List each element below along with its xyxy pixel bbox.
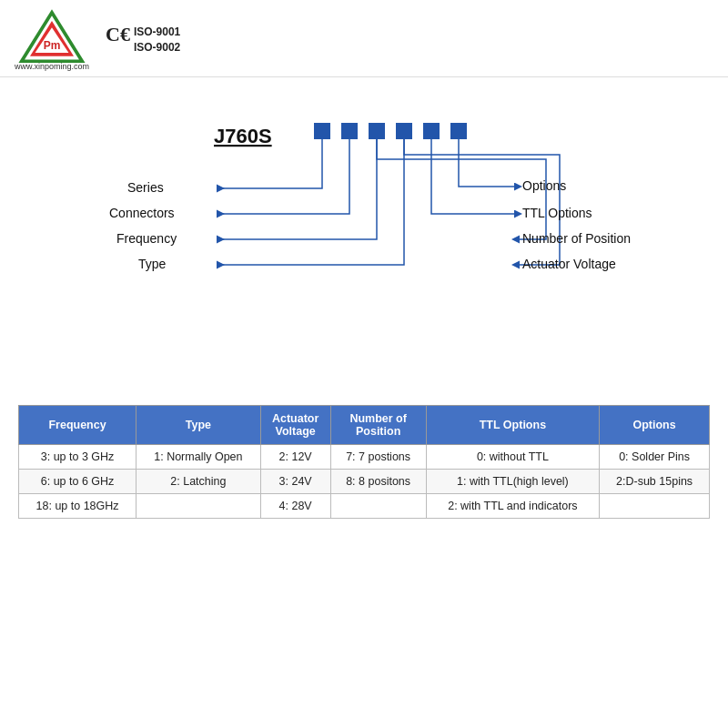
table-cell-r2-c2: 4: 28V xyxy=(260,494,330,519)
options-line xyxy=(459,139,517,187)
ce-mark: C€ xyxy=(106,25,130,45)
table-cell-r1-c1: 2: Latching xyxy=(136,470,261,494)
options-label: Options xyxy=(522,178,566,193)
actuator-line xyxy=(404,139,560,265)
col-actuator-voltage: ActuatorVoltage xyxy=(260,406,330,445)
square-3 xyxy=(369,123,385,139)
table-cell-r1-c5: 2:D-sub 15pins xyxy=(600,470,710,494)
table-cell-r2-c4: 2: with TTL and indicators xyxy=(426,494,600,519)
ttl-options-line xyxy=(431,139,517,214)
type-label: Type xyxy=(138,257,167,271)
square-4 xyxy=(396,123,412,139)
table-row: 6: up to 6 GHz2: Latching3: 24V8: 8 posi… xyxy=(19,470,710,494)
col-num-position: Number ofPosition xyxy=(330,406,426,445)
table-area: Frequency Type ActuatorVoltage Number of… xyxy=(0,405,728,519)
series-label: Series xyxy=(127,180,164,195)
table-cell-r1-c0: 6: up to 6 GHz xyxy=(19,470,136,494)
connectors-line xyxy=(217,139,349,214)
cert-area: C€ ISO-9001 ISO-9002 xyxy=(106,25,180,56)
square-2 xyxy=(341,123,358,139)
table-cell-r0-c4: 0: without TTL xyxy=(426,445,600,470)
table-cell-r0-c2: 2: 12V xyxy=(260,445,330,470)
header: Pm www.xinpoming.com C€ ISO-9001 ISO-900… xyxy=(0,0,728,77)
actuator-voltage-label: Actuator Voltage xyxy=(522,257,616,271)
num-pos-label: Number of Position xyxy=(522,231,631,246)
logo-triangle-icon: Pm xyxy=(15,9,88,64)
table-row: 3: up to 3 GHz1: Normally Open2: 12V7: 7… xyxy=(19,445,710,470)
logo-url: www.xinpoming.com xyxy=(15,62,89,71)
ttl-options-label: TTL Options xyxy=(522,206,592,220)
table-cell-r0-c1: 1: Normally Open xyxy=(136,445,261,470)
table-cell-r0-c3: 7: 7 postions xyxy=(330,445,426,470)
logo-area: Pm www.xinpoming.com xyxy=(15,9,89,71)
spec-table: Frequency Type ActuatorVoltage Number of… xyxy=(18,405,710,519)
table-cell-r2-c5 xyxy=(600,494,710,519)
table-cell-r2-c1 xyxy=(136,494,261,519)
ce-iso-row: C€ ISO-9001 ISO-9002 xyxy=(106,25,180,56)
table-cell-r0-c0: 3: up to 3 GHz xyxy=(19,445,136,470)
table-cell-r1-c4: 1: with TTL(high level) xyxy=(426,470,600,494)
table-header-row: Frequency Type ActuatorVoltage Number of… xyxy=(19,406,710,445)
table-cell-r0-c5: 0: Solder Pins xyxy=(600,445,710,470)
cert2-label: ISO-9002 xyxy=(134,40,180,56)
connectors-label: Connectors xyxy=(109,206,175,220)
type-line xyxy=(217,139,404,265)
table-cell-r2-c3 xyxy=(330,494,426,519)
diagram-area: J760S xyxy=(0,77,728,405)
square-1 xyxy=(314,123,330,139)
iso-texts: ISO-9001 ISO-9002 xyxy=(134,25,180,56)
col-frequency: Frequency xyxy=(19,406,136,445)
table-cell-r1-c2: 3: 24V xyxy=(260,470,330,494)
table-cell-r1-c3: 8: 8 positons xyxy=(330,470,426,494)
diagram-svg: J760S xyxy=(36,96,692,405)
frequency-line xyxy=(217,139,377,239)
svg-text:Pm: Pm xyxy=(44,39,61,52)
table-cell-r2-c0: 18: up to 18GHz xyxy=(19,494,136,519)
col-ttl-options: TTL Options xyxy=(426,406,600,445)
col-type: Type xyxy=(136,406,261,445)
col-options: Options xyxy=(600,406,710,445)
frequency-label: Frequency xyxy=(116,231,177,246)
cert1-label: ISO-9001 xyxy=(134,25,180,40)
model-label: J760S xyxy=(214,125,272,147)
square-6 xyxy=(450,123,467,139)
square-5 xyxy=(423,123,440,139)
table-row: 18: up to 18GHz4: 28V2: with TTL and ind… xyxy=(19,494,710,519)
